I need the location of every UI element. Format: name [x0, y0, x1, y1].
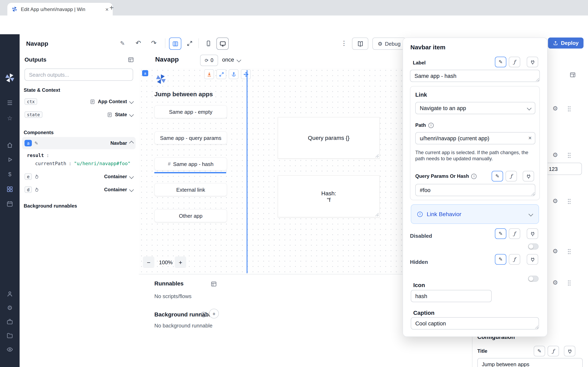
hidden-pencil-mode-button[interactable]: ✎ — [495, 254, 506, 265]
run-mode-select[interactable]: once — [222, 57, 241, 63]
row-gear-icon[interactable]: ⚙ — [553, 197, 558, 205]
label-connect-plug-button[interactable] — [527, 57, 538, 67]
apps-grid-icon[interactable] — [0, 186, 20, 192]
settings-gear-icon[interactable]: ⚙ — [0, 305, 20, 311]
label-input[interactable] — [410, 70, 540, 82]
title-input[interactable] — [477, 358, 583, 367]
row-gear-icon[interactable]: ⚙ — [553, 248, 558, 255]
debug-button[interactable]: ⚙ Debug — [372, 38, 406, 50]
home-icon[interactable] — [0, 142, 20, 149]
zoom-out-button[interactable]: − — [143, 257, 154, 268]
windmill-logo[interactable] — [0, 73, 20, 83]
result-key-row[interactable]: result : — [27, 152, 49, 158]
component-expand-button[interactable] — [216, 69, 226, 79]
resize-handle[interactable] — [375, 154, 379, 157]
users-person-icon[interactable] — [0, 291, 20, 297]
label-pencil-mode-button[interactable]: ✎ — [495, 57, 506, 67]
nav-item-external-link[interactable]: External link — [154, 183, 227, 196]
component-move-button[interactable] — [241, 69, 251, 79]
disabled-pencil-mode-button[interactable]: ✎ — [495, 228, 506, 239]
runnables-panel-icon[interactable] — [211, 281, 217, 287]
new-tab-button[interactable]: + — [109, 4, 114, 12]
link-type-select[interactable]: Navigate to an app — [415, 102, 535, 114]
query-fx-mode-button[interactable]: ƒ — [506, 171, 517, 182]
more-options-kebab-icon[interactable]: ⋮ — [341, 40, 347, 47]
layout-columns-button[interactable] — [169, 38, 181, 50]
runs-list-icon[interactable] — [0, 100, 20, 106]
drag-grip-icon[interactable] — [567, 198, 571, 205]
settings-panel-icon[interactable] — [570, 72, 576, 78]
query-pencil-mode-button[interactable]: ✎ — [492, 171, 503, 182]
query-params-card[interactable]: Query params {} — [278, 117, 380, 159]
drag-grip-icon[interactable] — [567, 152, 571, 159]
hidden-connect-plug-button[interactable] — [527, 254, 538, 265]
variables-dollar-icon[interactable]: $ — [0, 171, 20, 177]
browser-tab[interactable]: Edit App u/henri/navapp | Win × — [7, 3, 113, 16]
drag-grip-icon[interactable] — [567, 106, 571, 112]
disabled-toggle[interactable] — [528, 243, 539, 250]
output-row-state[interactable]: state State — [22, 109, 136, 120]
deploy-button[interactable]: Deploy — [548, 38, 584, 49]
label-fx-mode-button[interactable]: ƒ — [509, 57, 520, 67]
zoom-in-button[interactable]: + — [175, 257, 186, 268]
row-gear-icon[interactable]: ⚙ — [553, 279, 558, 286]
output-row-ctx[interactable]: ctx App Context — [22, 96, 136, 107]
hidden-fx-mode-button[interactable]: ƒ — [509, 254, 520, 265]
info-icon[interactable]: i — [471, 174, 477, 179]
caption-input[interactable] — [411, 317, 539, 329]
schedules-calendar-icon[interactable] — [0, 201, 20, 207]
drag-grip-icon[interactable] — [567, 248, 571, 255]
edit-id-pencil-icon[interactable]: ✎ — [35, 141, 38, 146]
query-params-input[interactable] — [415, 184, 535, 196]
clear-path-icon[interactable]: × — [528, 134, 532, 141]
query-connect-plug-button[interactable] — [523, 171, 534, 182]
desktop-view-button[interactable] — [216, 38, 229, 50]
runs-play-icon[interactable] — [0, 157, 20, 163]
refresh-count-button[interactable]: ⟳ 0 — [200, 55, 218, 66]
favorites-star-icon[interactable]: ☆ — [0, 115, 20, 121]
component-row-navbar[interactable]: a ✎ Navbar — [22, 137, 136, 149]
nav-item-other-app[interactable]: Other app — [154, 209, 227, 222]
chevron-down-icon[interactable] — [129, 174, 134, 179]
link-behavior-collapsible[interactable]: i Link Behavior — [411, 204, 539, 224]
collapse-panel-icon[interactable] — [128, 57, 134, 63]
tab-close-icon[interactable]: × — [105, 6, 109, 12]
mobile-view-button[interactable] — [203, 38, 214, 49]
undo-icon[interactable]: ↶ — [136, 39, 141, 47]
currentpath-row[interactable]: currentPath : "u/henri/navapp#foo" — [35, 161, 130, 166]
component-fit-button[interactable] — [204, 69, 214, 79]
chevron-down-icon[interactable] — [129, 187, 134, 192]
nav-item-same-app-empty[interactable]: Same app - empty — [154, 105, 227, 118]
nav-item-same-app-query-params[interactable]: Same app - query params — [154, 131, 227, 144]
audit-eye-icon[interactable] — [0, 346, 20, 353]
title-fx-mode-button[interactable]: ƒ — [548, 346, 559, 356]
chevron-down-icon[interactable] — [129, 99, 134, 104]
redo-icon[interactable]: ↷ — [151, 39, 156, 47]
icon-input[interactable] — [411, 290, 492, 302]
search-outputs-input[interactable] — [25, 68, 133, 81]
hash-card[interactable]: Hash: "f — [278, 175, 380, 217]
add-background-runnable-button[interactable]: + — [209, 309, 219, 318]
disabled-connect-plug-button[interactable] — [527, 228, 538, 239]
path-input[interactable] — [415, 132, 535, 144]
component-anchor-button[interactable] — [229, 69, 238, 79]
docs-book-button[interactable] — [352, 38, 368, 50]
drag-grip-icon[interactable] — [567, 280, 571, 286]
resize-handle[interactable] — [375, 213, 379, 216]
info-icon[interactable]: i — [201, 312, 206, 317]
row-gear-icon[interactable]: ⚙ — [553, 151, 558, 159]
component-row-container-d[interactable]: d Container — [22, 184, 136, 195]
fullscreen-expand-button[interactable] — [184, 38, 195, 49]
title-connect-plug-button[interactable] — [564, 346, 575, 356]
chevron-down-icon[interactable] — [129, 112, 134, 117]
nav-item-same-app-hash[interactable]: # Same app - hash — [154, 157, 227, 170]
component-resize-guide[interactable] — [247, 70, 247, 273]
workers-briefcase-icon[interactable] — [0, 318, 20, 325]
hidden-toggle[interactable] — [528, 276, 539, 282]
chevron-up-icon[interactable] — [129, 141, 134, 146]
rename-pencil-icon[interactable]: ✎ — [120, 40, 125, 47]
title-pencil-mode-button[interactable]: ✎ — [534, 346, 545, 356]
folders-icon[interactable] — [0, 332, 20, 339]
component-row-container-e[interactable]: e Container — [22, 171, 136, 182]
info-icon[interactable]: i — [428, 123, 434, 128]
